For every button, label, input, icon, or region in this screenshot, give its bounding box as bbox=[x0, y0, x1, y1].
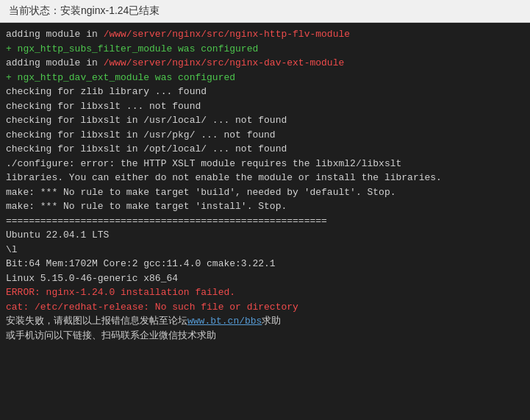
forum-link[interactable]: www.bt.cn/bbs bbox=[187, 316, 262, 327]
terminal-line: checking for libxslt in /opt/local/ ... … bbox=[6, 142, 524, 157]
terminal-line: adding module in /www/server/nginx/src/n… bbox=[6, 56, 524, 71]
path-highlight: /www/server/nginx/src/nginx-dav-ext-modu… bbox=[104, 57, 345, 68]
title-text: 当前状态：安装nginx-1.24已结束 bbox=[9, 4, 160, 16]
terminal-line: Linux 5.15.0-46-generic x86_64 bbox=[6, 271, 524, 286]
terminal-line: + ngx_http_subs_filter_module was config… bbox=[6, 42, 524, 57]
terminal-line: 安装失败，请截图以上报错信息发帖至论坛www.bt.cn/bbs求助 bbox=[6, 314, 524, 329]
terminal-line: cat: /etc/redhat-release: No such file o… bbox=[6, 300, 524, 315]
terminal-line: Bit:64 Mem:1702M Core:2 gcc:11.4.0 cmake… bbox=[6, 257, 524, 271]
terminal-line: libraries. You can either do not enable … bbox=[6, 171, 524, 185]
terminal-line: adding module in /www/server/nginx/src/n… bbox=[6, 27, 524, 42]
terminal-line: ./configure: error: the HTTP XSLT module… bbox=[6, 157, 524, 171]
terminal-line: make: *** No rule to make target 'build'… bbox=[6, 185, 524, 200]
terminal-line: make: *** No rule to make target 'instal… bbox=[6, 199, 524, 214]
terminal-line: \l bbox=[6, 243, 524, 257]
terminal-line: Ubuntu 22.04.1 LTS bbox=[6, 228, 524, 243]
terminal-line: 或手机访问以下链接、扫码联系企业微信技术求助 bbox=[6, 329, 524, 344]
terminal-output: adding module in /www/server/nginx/src/n… bbox=[0, 23, 530, 418]
terminal-line: ========================================… bbox=[6, 214, 524, 229]
terminal-line: + ngx_http_dav_ext_module was configured bbox=[6, 71, 524, 85]
terminal-line: checking for libxslt in /usr/local/ ... … bbox=[6, 113, 524, 128]
terminal-line: ERROR: nginx-1.24.0 installation failed. bbox=[6, 285, 524, 300]
terminal-line: checking for zlib library ... found bbox=[6, 85, 524, 99]
terminal-line: checking for libxslt ... not found bbox=[6, 99, 524, 114]
path-highlight: /www/server/nginx/src/nginx-http-flv-mod… bbox=[104, 29, 350, 40]
terminal-line: checking for libxslt in /usr/pkg/ ... no… bbox=[6, 128, 524, 143]
title-bar: 当前状态：安装nginx-1.24已结束 bbox=[0, 0, 530, 23]
